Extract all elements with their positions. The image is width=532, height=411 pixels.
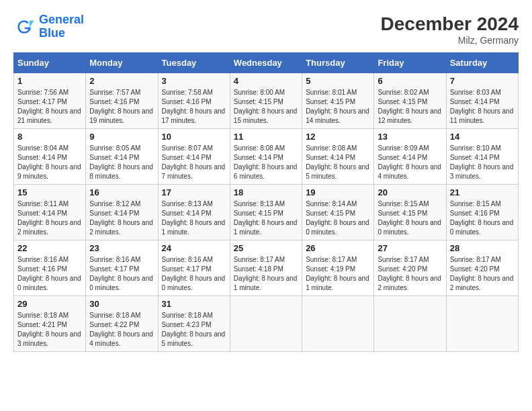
calendar-cell: 22Sunrise: 8:16 AMSunset: 4:16 PMDayligh…: [14, 240, 86, 296]
header-thursday: Thursday: [302, 53, 374, 73]
calendar-cell: 7Sunrise: 8:03 AMSunset: 4:14 PMDaylight…: [446, 73, 518, 129]
calendar-row: 8Sunrise: 8:04 AMSunset: 4:14 PMDaylight…: [14, 129, 519, 185]
calendar-cell: 21Sunrise: 8:15 AMSunset: 4:16 PMDayligh…: [446, 185, 518, 240]
header-monday: Monday: [86, 53, 158, 73]
calendar-cell: 10Sunrise: 8:07 AMSunset: 4:14 PMDayligh…: [158, 129, 230, 185]
calendar-cell: 8Sunrise: 8:04 AMSunset: 4:14 PMDaylight…: [14, 129, 86, 185]
day-number: 25: [234, 243, 298, 253]
calendar-row: 22Sunrise: 8:16 AMSunset: 4:16 PMDayligh…: [14, 240, 519, 296]
day-info: Sunrise: 8:01 AMSunset: 4:15 PMDaylight:…: [306, 88, 370, 126]
day-number: 11: [234, 132, 298, 142]
calendar-cell: 26Sunrise: 8:17 AMSunset: 4:19 PMDayligh…: [302, 240, 374, 296]
calendar-cell: 23Sunrise: 8:16 AMSunset: 4:17 PMDayligh…: [86, 240, 158, 296]
calendar-cell: 18Sunrise: 8:13 AMSunset: 4:15 PMDayligh…: [230, 185, 302, 240]
day-number: 22: [17, 243, 82, 253]
calendar-cell: 3Sunrise: 7:58 AMSunset: 4:16 PMDaylight…: [158, 73, 230, 129]
day-info: Sunrise: 8:08 AMSunset: 4:14 PMDaylight:…: [234, 144, 298, 181]
logo-text: General Blue: [39, 13, 84, 40]
page-header: General Blue December 2024 Milz, Germany: [13, 13, 519, 46]
day-number: 24: [162, 243, 226, 253]
header-tuesday: Tuesday: [158, 53, 230, 73]
day-number: 13: [378, 132, 442, 142]
calendar-cell: 29Sunrise: 8:18 AMSunset: 4:21 PMDayligh…: [14, 296, 86, 352]
title-block: December 2024 Milz, Germany: [381, 13, 519, 46]
day-info: Sunrise: 8:08 AMSunset: 4:14 PMDaylight:…: [306, 144, 370, 181]
day-number: 7: [450, 76, 515, 86]
header-wednesday: Wednesday: [230, 53, 302, 73]
calendar-cell: 28Sunrise: 8:17 AMSunset: 4:20 PMDayligh…: [446, 240, 518, 296]
day-info: Sunrise: 8:15 AMSunset: 4:15 PMDaylight:…: [378, 199, 442, 237]
calendar-cell: 2Sunrise: 7:57 AMSunset: 4:16 PMDaylight…: [86, 73, 158, 129]
day-number: 21: [450, 187, 515, 197]
calendar-cell: [302, 296, 374, 352]
day-info: Sunrise: 8:10 AMSunset: 4:14 PMDaylight:…: [450, 144, 515, 181]
calendar-table: Sunday Monday Tuesday Wednesday Thursday…: [13, 52, 519, 352]
logo: General Blue: [13, 13, 84, 40]
day-number: 6: [378, 76, 442, 86]
day-info: Sunrise: 7:56 AMSunset: 4:17 PMDaylight:…: [17, 88, 82, 126]
day-number: 18: [234, 187, 298, 197]
day-number: 9: [89, 132, 154, 142]
calendar-cell: 17Sunrise: 8:13 AMSunset: 4:14 PMDayligh…: [158, 185, 230, 240]
day-info: Sunrise: 8:04 AMSunset: 4:14 PMDaylight:…: [17, 144, 82, 181]
day-info: Sunrise: 7:57 AMSunset: 4:16 PMDaylight:…: [89, 88, 154, 126]
logo-icon: [13, 16, 35, 38]
logo-general: General: [39, 13, 84, 26]
day-info: Sunrise: 8:12 AMSunset: 4:14 PMDaylight:…: [89, 199, 154, 237]
day-info: Sunrise: 8:09 AMSunset: 4:14 PMDaylight:…: [378, 144, 442, 181]
location-label: Milz, Germany: [381, 35, 519, 46]
day-info: Sunrise: 8:16 AMSunset: 4:16 PMDaylight:…: [17, 255, 82, 293]
day-info: Sunrise: 8:18 AMSunset: 4:21 PMDaylight:…: [17, 311, 82, 349]
logo-blue: Blue: [39, 27, 84, 40]
calendar-cell: 6Sunrise: 8:02 AMSunset: 4:15 PMDaylight…: [374, 73, 446, 129]
day-info: Sunrise: 8:17 AMSunset: 4:19 PMDaylight:…: [306, 255, 370, 293]
calendar-cell: 27Sunrise: 8:17 AMSunset: 4:20 PMDayligh…: [374, 240, 446, 296]
calendar-cell: 13Sunrise: 8:09 AMSunset: 4:14 PMDayligh…: [374, 129, 446, 185]
day-number: 1: [17, 76, 82, 86]
day-info: Sunrise: 8:03 AMSunset: 4:14 PMDaylight:…: [450, 88, 515, 126]
day-number: 17: [162, 187, 226, 197]
calendar-row: 15Sunrise: 8:11 AMSunset: 4:14 PMDayligh…: [14, 185, 519, 240]
header-friday: Friday: [374, 53, 446, 73]
day-number: 30: [89, 299, 154, 309]
calendar-cell: 31Sunrise: 8:18 AMSunset: 4:23 PMDayligh…: [158, 296, 230, 352]
day-number: 31: [162, 299, 226, 309]
day-info: Sunrise: 8:05 AMSunset: 4:14 PMDaylight:…: [89, 144, 154, 181]
day-number: 12: [306, 132, 370, 142]
day-number: 23: [89, 243, 154, 253]
day-number: 8: [17, 132, 82, 142]
weekday-header-row: Sunday Monday Tuesday Wednesday Thursday…: [14, 53, 519, 73]
day-number: 15: [17, 187, 82, 197]
day-number: 27: [378, 243, 442, 253]
day-info: Sunrise: 8:07 AMSunset: 4:14 PMDaylight:…: [162, 144, 226, 181]
header-sunday: Sunday: [14, 53, 86, 73]
calendar-cell: 1Sunrise: 7:56 AMSunset: 4:17 PMDaylight…: [14, 73, 86, 129]
calendar-cell: [446, 296, 518, 352]
day-number: 3: [162, 76, 226, 86]
calendar-cell: 16Sunrise: 8:12 AMSunset: 4:14 PMDayligh…: [86, 185, 158, 240]
calendar-cell: [230, 296, 302, 352]
day-info: Sunrise: 8:13 AMSunset: 4:15 PMDaylight:…: [234, 199, 298, 237]
day-info: Sunrise: 8:00 AMSunset: 4:15 PMDaylight:…: [234, 88, 298, 126]
day-info: Sunrise: 8:17 AMSunset: 4:20 PMDaylight:…: [450, 255, 515, 293]
calendar-cell: 9Sunrise: 8:05 AMSunset: 4:14 PMDaylight…: [86, 129, 158, 185]
month-year-title: December 2024: [381, 13, 519, 35]
day-number: 29: [17, 299, 82, 309]
day-info: Sunrise: 8:18 AMSunset: 4:23 PMDaylight:…: [162, 311, 226, 349]
day-info: Sunrise: 8:16 AMSunset: 4:17 PMDaylight:…: [89, 255, 154, 293]
calendar-cell: 24Sunrise: 8:16 AMSunset: 4:17 PMDayligh…: [158, 240, 230, 296]
day-number: 16: [89, 187, 154, 197]
day-info: Sunrise: 8:14 AMSunset: 4:15 PMDaylight:…: [306, 199, 370, 237]
day-info: Sunrise: 8:11 AMSunset: 4:14 PMDaylight:…: [17, 199, 82, 237]
day-info: Sunrise: 7:58 AMSunset: 4:16 PMDaylight:…: [162, 88, 226, 126]
calendar-cell: 12Sunrise: 8:08 AMSunset: 4:14 PMDayligh…: [302, 129, 374, 185]
calendar-cell: 30Sunrise: 8:18 AMSunset: 4:22 PMDayligh…: [86, 296, 158, 352]
day-info: Sunrise: 8:15 AMSunset: 4:16 PMDaylight:…: [450, 199, 515, 237]
calendar-cell: 15Sunrise: 8:11 AMSunset: 4:14 PMDayligh…: [14, 185, 86, 240]
calendar-row: 29Sunrise: 8:18 AMSunset: 4:21 PMDayligh…: [14, 296, 519, 352]
calendar-cell: 19Sunrise: 8:14 AMSunset: 4:15 PMDayligh…: [302, 185, 374, 240]
day-number: 20: [378, 187, 442, 197]
day-info: Sunrise: 8:17 AMSunset: 4:20 PMDaylight:…: [378, 255, 442, 293]
calendar-cell: [374, 296, 446, 352]
day-number: 19: [306, 187, 370, 197]
